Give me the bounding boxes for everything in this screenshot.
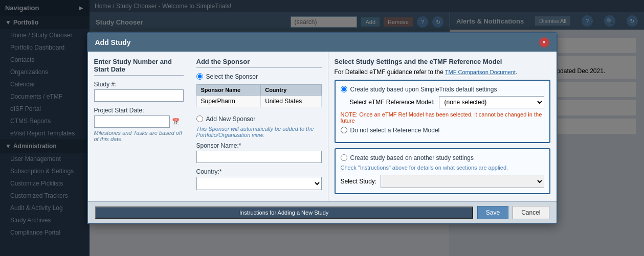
col-country: Country: [261, 84, 321, 95]
modal-close-button[interactable]: ×: [539, 37, 549, 48]
new-sponsor-hint: This Sponsor will automatically be added…: [196, 126, 322, 138]
add-new-sponsor-option[interactable]: Add New Sponsor: [196, 115, 322, 123]
no-reference-model-option[interactable]: Do not select a Reference Model: [341, 127, 544, 134]
new-sponsor-country-group: Country:* United States United Kingdom C…: [196, 168, 322, 190]
new-sponsor-country-label: Country:*: [196, 168, 322, 175]
no-reference-model-label: Do not select a Reference Model: [350, 127, 440, 134]
modal-header: Add Study ×: [88, 33, 557, 52]
etmf-model-label: Select eTMF Reference Model:: [350, 99, 435, 106]
new-sponsor-name-input[interactable]: [196, 151, 322, 163]
save-button[interactable]: Save: [477, 206, 508, 219]
select-sponsor-radio[interactable]: [196, 73, 203, 80]
modal-title: Add Study: [95, 38, 131, 46]
section-study-number: Enter Study Number and Start Date Study …: [88, 52, 190, 201]
select-sponsor-option[interactable]: Select the Sponsor: [196, 73, 322, 80]
select-study-row: Select Study:: [341, 175, 544, 188]
default-settings-label: Create study based upon SimpleTrials def…: [350, 86, 497, 93]
section3-title: Select Study Settings and the eTMF Refer…: [335, 58, 550, 65]
date-hint: Milestones and Tasks are based off of th…: [94, 130, 184, 142]
modal-footer: Instructions for Adding a New Study Save…: [88, 201, 557, 223]
new-sponsor-name-label: Sponsor Name:*: [196, 142, 322, 149]
section-sponsor: Add the Sponsor Select the Sponsor Spons…: [190, 52, 328, 201]
study-number-input[interactable]: [94, 89, 184, 102]
project-start-input[interactable]: [94, 115, 170, 128]
section1-title: Enter Study Number and Start Date: [94, 58, 184, 76]
calendar-icon[interactable]: 📅: [172, 118, 180, 125]
modal-overlay: Add Study × Enter Study Number and Start…: [0, 0, 644, 256]
add-new-sponsor-label: Add New Sponsor: [206, 115, 256, 123]
project-start-group: Project Start Date: 📅 Milestones and Tas…: [94, 107, 184, 142]
default-settings-radio[interactable]: [341, 86, 347, 92]
etmf-guidance: For Detailed eTMF guidance refer to the …: [335, 68, 550, 76]
add-new-sponsor-section: Add New Sponsor This Sponsor will automa…: [196, 115, 322, 190]
default-settings-option[interactable]: Create study based upon SimpleTrials def…: [341, 86, 544, 93]
no-reference-model-radio[interactable]: [341, 127, 347, 133]
another-study-radio[interactable]: [341, 154, 347, 161]
project-start-label: Project Start Date:: [94, 107, 184, 114]
another-study-box: Create study based on another study sett…: [335, 148, 550, 194]
check-instructions: Check "Instructions" above for details o…: [341, 165, 544, 171]
etmf-model-select[interactable]: (none selected) DIA Reference Model TMF …: [439, 96, 544, 108]
study-number-group: Study #:: [94, 81, 184, 102]
sponsor-name-cell: SuperPharm: [196, 95, 261, 107]
section2-title: Add the Sponsor: [196, 58, 322, 68]
etmf-model-row: Select eTMF Reference Model: (none selec…: [341, 96, 544, 108]
add-new-sponsor-radio[interactable]: [196, 115, 203, 122]
section-settings: Select Study Settings and the eTMF Refer…: [328, 52, 557, 201]
table-row[interactable]: SuperPharm United States: [196, 95, 321, 107]
etmf-note: NOTE: Once an eTMF Ref Model has been se…: [341, 111, 544, 124]
sponsor-table: Sponsor Name Country SuperPharm United S…: [196, 84, 322, 107]
another-study-option[interactable]: Create study based on another study sett…: [341, 154, 544, 161]
instructions-button[interactable]: Instructions for Adding a New Study: [95, 206, 473, 219]
study-number-label: Study #:: [94, 81, 184, 88]
add-study-modal: Add Study × Enter Study Number and Start…: [87, 32, 558, 224]
new-sponsor-country-select[interactable]: United States United Kingdom Canada: [196, 177, 322, 190]
select-study-dropdown[interactable]: [381, 175, 544, 188]
new-sponsor-name-group: Sponsor Name:*: [196, 142, 322, 163]
another-study-label: Create study based on another study sett…: [350, 154, 474, 161]
tmf-comparison-link[interactable]: TMF Comparison Document: [445, 69, 516, 75]
sponsor-country-cell: United States: [261, 95, 321, 107]
select-study-label: Select Study:: [341, 178, 377, 185]
select-sponsor-label: Select the Sponsor: [206, 73, 258, 80]
col-sponsor-name: Sponsor Name: [196, 84, 261, 95]
modal-body: Enter Study Number and Start Date Study …: [88, 52, 557, 201]
cancel-button[interactable]: Cancel: [513, 206, 549, 219]
default-settings-box: Create study based upon SimpleTrials def…: [335, 80, 550, 143]
